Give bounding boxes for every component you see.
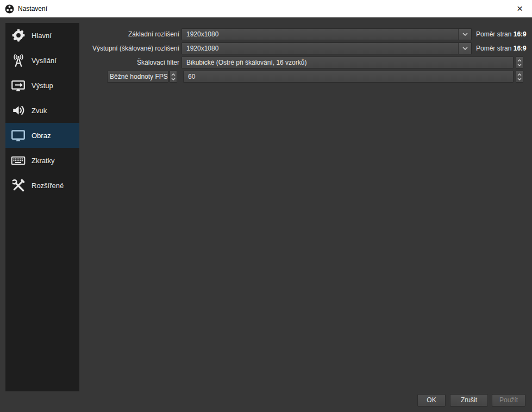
- aspect-value: 16:9: [514, 45, 527, 52]
- settings-nav: Hlavní: [5, 23, 79, 391]
- monitor-icon: [11, 128, 26, 143]
- fps-value-spinner[interactable]: [516, 71, 523, 83]
- output-resolution-select[interactable]: 1920x1080: [181, 42, 472, 54]
- chevron-down-icon: [517, 78, 522, 80]
- fps-type-value: Běžné hodnoty FPS: [110, 73, 168, 80]
- output-resolution-value: 1920x1080: [186, 45, 218, 52]
- window-title: Nastavení: [18, 5, 47, 13]
- base-resolution-value: 1920x1080: [186, 30, 218, 38]
- scale-filter-value: Bikubické (Ostré při škálování, 16 vzork…: [186, 59, 306, 66]
- settings-content: Hlavní: [0, 17, 532, 412]
- sidebar-item-audio[interactable]: Zvuk: [5, 98, 79, 123]
- aspect-value: 16:9: [514, 30, 527, 38]
- sidebar-item-advanced[interactable]: Rozšířené: [5, 173, 79, 198]
- base-resolution-label: Základní rozlišení: [0, 28, 179, 40]
- chevron-down-icon: [458, 29, 471, 40]
- scale-filter-label: Škálovací filter: [0, 57, 179, 68]
- sidebar-item-label: Výstup: [32, 82, 53, 90]
- chevron-down-icon: [517, 64, 522, 66]
- base-resolution-select[interactable]: 1920x1080: [181, 28, 472, 40]
- obs-logo-icon: [5, 4, 14, 14]
- chevron-up-icon: [517, 73, 522, 76]
- sidebar-item-label: Zvuk: [32, 107, 47, 115]
- fps-value: 60: [188, 73, 195, 80]
- sidebar-item-label: Zkratky: [32, 157, 55, 165]
- fps-type-spinner[interactable]: [170, 71, 177, 83]
- tools-icon: [11, 178, 26, 193]
- sidebar-item-output[interactable]: Výstup: [5, 73, 79, 98]
- settings-window: Nastavení ×: [0, 0, 532, 412]
- scale-filter-spinner[interactable]: [516, 57, 523, 68]
- output-aspect-ratio: Poměr stran 16:9: [476, 42, 527, 54]
- fps-value-select[interactable]: 60: [183, 71, 514, 83]
- output-resolution-label: Výstupní (škálované) rozlišení: [0, 42, 179, 54]
- close-button[interactable]: ×: [508, 0, 532, 17]
- scale-filter-select[interactable]: Bikubické (Ostré při škálování, 16 vzork…: [181, 57, 514, 68]
- sidebar-item-label: Obraz: [32, 132, 51, 140]
- chevron-down-icon: [458, 43, 471, 54]
- aspect-label: Poměr stran: [476, 30, 511, 38]
- sidebar-item-label: Rozšířené: [32, 182, 64, 190]
- aspect-label: Poměr stran: [476, 45, 511, 52]
- monitor-arrow-icon: [11, 78, 26, 93]
- sidebar-item-video[interactable]: Obraz: [5, 123, 79, 148]
- base-aspect-ratio: Poměr stran 16:9: [476, 28, 527, 40]
- sidebar-item-hotkeys[interactable]: Zkratky: [5, 148, 79, 173]
- keyboard-icon: [11, 153, 26, 168]
- chevron-up-icon: [517, 59, 522, 62]
- speaker-icon: [11, 103, 26, 118]
- chevron-down-icon: [171, 78, 176, 80]
- fps-type-select[interactable]: Běžné hodnoty FPS: [107, 71, 168, 83]
- titlebar: Nastavení ×: [0, 0, 532, 17]
- chevron-up-icon: [171, 73, 176, 76]
- apply-button[interactable]: Použít: [492, 394, 525, 407]
- ok-button[interactable]: OK: [417, 394, 446, 407]
- cancel-button[interactable]: Zrušit: [450, 394, 488, 407]
